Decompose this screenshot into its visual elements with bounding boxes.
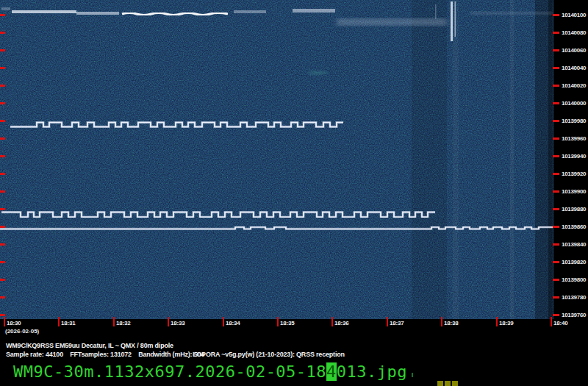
freq-tick-left bbox=[0, 296, 5, 299]
time-tick-label: 18:39 bbox=[499, 320, 513, 326]
freq-tick-right bbox=[553, 155, 559, 157]
freq-tick-right bbox=[553, 226, 559, 228]
freq-tick-label: 10139800 bbox=[562, 276, 588, 283]
status-blocks bbox=[437, 381, 458, 386]
time-tick bbox=[168, 317, 169, 326]
freq-tick-left bbox=[0, 173, 5, 175]
freq-tick-left bbox=[0, 120, 5, 122]
freq-tick-right bbox=[553, 279, 559, 281]
freq-tick-label: 10139980 bbox=[562, 118, 588, 124]
time-tick bbox=[58, 317, 60, 326]
freq-tick-label: 10140040 bbox=[562, 65, 588, 71]
terminal-cursor: 4 bbox=[326, 362, 337, 381]
freq-tick-label: 10139920 bbox=[562, 171, 588, 177]
time-tick bbox=[387, 317, 388, 326]
time-tick bbox=[4, 317, 5, 326]
time-tick-label: 18:40 bbox=[553, 320, 567, 326]
spectrogram-noise-texture bbox=[0, 0, 553, 319]
freq-tick-left bbox=[0, 32, 5, 34]
spectrogram-plot bbox=[0, 0, 553, 319]
freq-tick-left bbox=[0, 314, 5, 316]
freq-tick-left bbox=[0, 102, 5, 104]
freq-tick-label: 10139760 bbox=[562, 312, 588, 318]
freq-tick-left bbox=[0, 261, 5, 263]
terminal-artifact bbox=[412, 373, 413, 377]
freq-tick-left bbox=[0, 137, 5, 140]
freq-tick-right bbox=[553, 85, 559, 87]
freq-tick-label: 10140060 bbox=[562, 47, 588, 54]
freq-tick-label: 10139840 bbox=[562, 241, 588, 248]
status-block bbox=[437, 381, 443, 386]
time-tick-label: 18:30 bbox=[7, 320, 21, 326]
freq-tick-left bbox=[0, 155, 5, 157]
freq-tick-label: 10139960 bbox=[562, 135, 588, 142]
filename-suffix: 013.jpg bbox=[337, 362, 407, 381]
freq-tick-label: 10139940 bbox=[562, 153, 588, 160]
freq-tick-right bbox=[553, 102, 559, 104]
freq-tick-right bbox=[553, 208, 559, 210]
faint-smudge bbox=[307, 71, 328, 75]
time-tick bbox=[441, 317, 442, 326]
time-tick bbox=[496, 317, 498, 326]
freq-tick-right bbox=[553, 296, 559, 299]
filename-prefix: WM9C-30m.1132x697.2026-02-05-18 bbox=[13, 362, 326, 381]
time-tick bbox=[113, 317, 115, 326]
capture-stats: Sample rate: 44100 FFTsamples: 131072 Ba… bbox=[6, 351, 204, 358]
time-tick-label: 18:37 bbox=[390, 320, 404, 326]
time-tick-label: 18:35 bbox=[280, 320, 294, 326]
freq-tick-right bbox=[553, 32, 559, 34]
freq-tick-left bbox=[0, 208, 5, 210]
time-tick-label: 18:33 bbox=[171, 320, 184, 326]
freq-tick-left bbox=[0, 279, 5, 281]
date-label: (2026-02-05) bbox=[5, 328, 39, 335]
time-tick bbox=[331, 317, 333, 326]
time-tick-label: 18:32 bbox=[116, 320, 130, 326]
freq-tick-right bbox=[553, 190, 559, 193]
software-version-label: LOPORA ~v5g.py(w) (21-10-2023): QRSS rec… bbox=[193, 351, 345, 358]
freq-tick-right bbox=[553, 49, 559, 51]
freq-tick-right bbox=[553, 137, 559, 140]
freq-tick-label: 10139780 bbox=[562, 294, 588, 301]
freq-tick-left bbox=[0, 226, 5, 228]
freq-tick-label: 10140000 bbox=[562, 100, 588, 107]
time-tick-label: 18:34 bbox=[226, 320, 240, 326]
freq-tick-left bbox=[0, 14, 5, 16]
freq-tick-label: 10139860 bbox=[562, 224, 588, 230]
time-tick bbox=[223, 317, 224, 326]
time-tick-label: 18:36 bbox=[334, 320, 348, 326]
time-tick bbox=[277, 317, 279, 326]
freq-tick-left bbox=[0, 67, 5, 69]
qrss-grabber-screenshot: 1014010010140080101400601014004010140020… bbox=[0, 0, 588, 386]
freq-tick-label: 10139880 bbox=[562, 206, 588, 212]
terminal-filename: WM9C-30m.1132x697.2026-02-05-184013.jpg bbox=[13, 362, 407, 381]
time-tick-label: 18:38 bbox=[444, 320, 458, 326]
freq-tick-left bbox=[0, 190, 5, 193]
freq-tick-right bbox=[553, 261, 559, 263]
freq-tick-right bbox=[553, 314, 559, 316]
freq-tick-right bbox=[553, 173, 559, 175]
freq-tick-left bbox=[0, 243, 5, 246]
status-block bbox=[452, 381, 458, 386]
station-info-line: WM9C/KQ9RSS EM59uu Decatur, IL ~ QMX / 8… bbox=[6, 342, 173, 349]
freq-tick-label: 10140100 bbox=[562, 12, 588, 18]
freq-tick-label: 10140020 bbox=[562, 82, 588, 89]
time-tick-label: 18:31 bbox=[61, 320, 75, 326]
time-tick bbox=[551, 317, 552, 326]
freq-tick-right bbox=[553, 120, 559, 122]
freq-tick-left bbox=[0, 49, 5, 51]
freq-tick-label: 10139820 bbox=[562, 259, 588, 265]
freq-tick-label: 10139900 bbox=[562, 188, 588, 195]
freq-tick-right bbox=[553, 14, 559, 16]
status-block bbox=[445, 381, 451, 386]
freq-tick-right bbox=[553, 243, 559, 246]
freq-tick-label: 10140080 bbox=[562, 29, 588, 36]
freq-tick-left bbox=[0, 85, 5, 87]
freq-tick-right bbox=[553, 67, 559, 69]
